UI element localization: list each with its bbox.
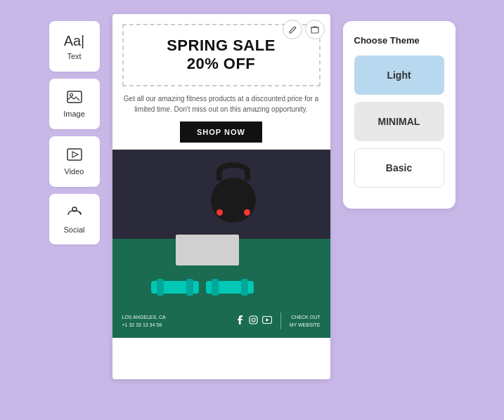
dumbbells bbox=[151, 279, 254, 296]
email-preview: SPRING SALE 20% OFF Get all our amazing … bbox=[112, 14, 330, 379]
sidebar-social-label: Social bbox=[64, 225, 85, 234]
theme-option-light[interactable]: Light bbox=[354, 55, 444, 95]
svg-marker-3 bbox=[72, 152, 78, 157]
footer-website: CHECK OUT MY WEBSITE bbox=[290, 313, 321, 329]
sidebar-item-social[interactable]: Social bbox=[49, 194, 100, 244]
instagram-icon bbox=[249, 315, 258, 327]
preview-actions bbox=[283, 20, 325, 39]
svg-marker-10 bbox=[266, 318, 269, 322]
image-icon bbox=[67, 91, 82, 107]
sidebar-item-image[interactable]: Image bbox=[49, 79, 100, 129]
email-image-block bbox=[112, 150, 330, 304]
theme-panel-title: Choose Theme bbox=[354, 35, 444, 46]
svg-rect-6 bbox=[250, 316, 257, 324]
youtube-icon bbox=[262, 315, 272, 326]
theme-panel: Choose Theme Light MINIMAL Basic bbox=[343, 21, 455, 209]
main-container: Aa| Text Image Video bbox=[0, 0, 504, 420]
sidebar-item-text[interactable]: Aa| Text bbox=[49, 21, 100, 72]
theme-option-minimal[interactable]: MINIMAL bbox=[354, 102, 444, 141]
footer-divider bbox=[280, 313, 281, 329]
email-footer: LOS ANGELES, CA +1 32 33 13 34 58 CH bbox=[112, 304, 330, 338]
sidebar: Aa| Text Image Video bbox=[49, 21, 100, 244]
facebook-icon bbox=[235, 315, 245, 327]
svg-point-1 bbox=[70, 93, 72, 96]
sidebar-image-label: Image bbox=[63, 110, 85, 118]
social-icon bbox=[67, 205, 82, 223]
svg-point-8 bbox=[255, 317, 256, 317]
email-description: Get all our amazing fitness products at … bbox=[122, 93, 321, 114]
svg-rect-5 bbox=[311, 27, 318, 33]
sidebar-video-label: Video bbox=[65, 167, 84, 176]
svg-point-7 bbox=[252, 318, 255, 322]
svg-rect-0 bbox=[67, 91, 82, 103]
sidebar-item-video[interactable]: Video bbox=[49, 136, 100, 187]
shop-now-button[interactable]: SHOP NOW bbox=[180, 122, 262, 143]
kettlebell bbox=[211, 162, 256, 223]
platform-box bbox=[176, 235, 239, 265]
theme-option-basic[interactable]: Basic bbox=[354, 148, 444, 188]
edit-button[interactable] bbox=[283, 20, 302, 39]
email-title: SPRING SALE 20% OFF bbox=[131, 37, 312, 74]
video-icon bbox=[67, 148, 82, 164]
footer-contact: LOS ANGELES, CA +1 32 33 13 34 58 bbox=[122, 313, 166, 329]
text-icon: Aa| bbox=[64, 33, 85, 49]
delete-button[interactable] bbox=[305, 20, 325, 39]
svg-rect-2 bbox=[67, 149, 82, 160]
sidebar-text-label: Text bbox=[67, 52, 81, 60]
footer-social-icons: CHECK OUT MY WEBSITE bbox=[235, 313, 321, 329]
